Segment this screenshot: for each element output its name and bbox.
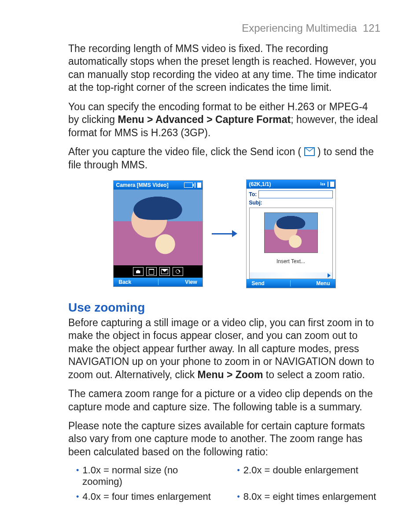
paragraph-zoom-intro: Before capturing a still image or a vide… — [68, 316, 380, 381]
list-item: •1.0x = normal size (no zooming) — [76, 465, 220, 487]
paragraph-encoding: You can specify the encoding format to b… — [68, 100, 380, 139]
subj-label: Subj: — [249, 200, 262, 206]
page-number: 121 — [363, 22, 380, 34]
figure-screenshots: Camera [MMS Video] Back — [68, 179, 380, 288]
softkey-bar-left: Back View — [114, 278, 203, 286]
mms-thumbnail — [264, 212, 318, 253]
list-item: •4.0x = four times enlargement — [76, 491, 220, 502]
bullet-icon: • — [76, 491, 79, 502]
screenshot-camera-mms: Camera [MMS Video] Back — [113, 180, 203, 287]
menu-path-capture-format: Menu > Advanced > Capture Format — [118, 114, 291, 125]
input-mode-icon: 1₂₃ — [320, 182, 325, 187]
bullet-icon: • — [76, 465, 79, 476]
zoom-ratio-list: •1.0x = normal size (no zooming) •2.0x =… — [68, 465, 380, 502]
list-item: •8.0x = eight times enlargement — [237, 491, 381, 502]
camera-icon — [133, 267, 144, 276]
mail-icon — [159, 267, 170, 276]
subj-field-row: Subj: — [249, 200, 333, 206]
chapter-name: Experiencing Multimedia — [242, 22, 357, 34]
softkey-menu: Menu — [316, 280, 330, 286]
mms-content-frame: Insert Text... — [249, 208, 333, 279]
to-input — [258, 190, 332, 198]
battery-icon — [184, 182, 193, 188]
to-field-row: To: — [249, 190, 333, 198]
titlebar-right-text: (62K,1/1) — [249, 181, 271, 187]
signal-icon — [328, 182, 333, 187]
trash-icon — [146, 267, 157, 276]
signal-icon — [195, 182, 200, 188]
bullet-icon: • — [237, 465, 240, 476]
list-item: •2.0x = double enlargement — [237, 465, 381, 487]
paragraph-send-icon: After you capture the video file, click … — [68, 145, 380, 171]
arrow-icon — [212, 230, 237, 237]
menu-path-zoom: Menu > Zoom — [198, 369, 263, 380]
softkey-back: Back — [119, 279, 132, 285]
to-label: To: — [249, 191, 257, 197]
titlebar-left: Camera [MMS Video] — [114, 181, 203, 190]
send-mail-icon — [304, 147, 315, 156]
camera-action-row — [114, 265, 203, 278]
softkey-send: Send — [252, 280, 265, 286]
mms-nav-strip — [250, 272, 332, 279]
mms-body: To: Subj: Insert Text... — [247, 189, 335, 279]
running-header: Experiencing Multimedia 121 — [68, 22, 380, 34]
section-heading-zooming: Use zooming — [68, 301, 380, 315]
screenshot-mms-compose: (62K,1/1) 1₂₃ To: Subj: In — [246, 179, 336, 288]
paragraph-mms-length: The recording length of MMS video is fix… — [68, 42, 380, 94]
titlebar-right: (62K,1/1) 1₂₃ — [247, 180, 335, 189]
paragraph-zoom-range: The camera zoom range for a picture or a… — [68, 387, 380, 413]
captured-photo — [114, 190, 203, 265]
softkey-bar-right: Send Menu — [247, 279, 335, 288]
softkey-view: View — [185, 279, 197, 285]
bullet-icon: • — [237, 491, 240, 502]
camera-preview-area — [114, 190, 203, 278]
insert-text-prompt: Insert Text... — [250, 258, 332, 264]
zoom-icon — [173, 267, 183, 276]
next-slide-icon — [328, 273, 331, 278]
titlebar-left-text: Camera [MMS Video] — [116, 182, 169, 188]
paragraph-zoom-note: Please note the capture sizes available … — [68, 420, 380, 458]
